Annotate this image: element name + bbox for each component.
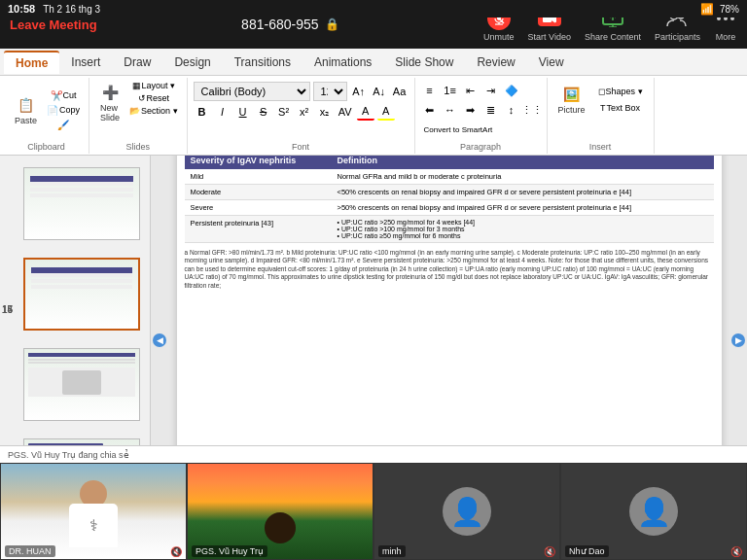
smartart-button[interactable]: 🔷	[503, 82, 520, 99]
meeting-id-area: 881-680-955 🔒	[241, 17, 338, 32]
sharing-status-text: PGS. Vũ Huy Trụ đang chia sẻ	[8, 450, 129, 460]
copy-label: Copy	[59, 105, 80, 115]
definition-mild: Normal GFRa and mild b or moderate c pro…	[332, 169, 714, 185]
increase-font-button[interactable]: A↑	[350, 83, 368, 100]
severity-mild: Mild	[185, 169, 332, 185]
cut-button[interactable]: ✂️ Cut	[44, 89, 83, 102]
line-spacing-button[interactable]: ↕	[503, 101, 520, 119]
tab-insert[interactable]: Insert	[59, 52, 112, 73]
picture-button[interactable]: 🖼️ Picture	[553, 82, 590, 118]
new-slide-label: NewSlide	[100, 103, 120, 122]
definition-moderate: <50% crescents on renal biopsy and impai…	[332, 185, 714, 200]
highlight-button[interactable]: A	[377, 103, 395, 121]
numbering-button[interactable]: 1≡	[442, 82, 459, 99]
shadow-button[interactable]: S²	[275, 103, 293, 121]
clear-format-button[interactable]: Aa	[391, 83, 409, 100]
paste-label: Paste	[15, 116, 37, 125]
participant-nhu-dao-mute: 🔇	[730, 546, 742, 557]
paragraph-group: ≡ 1≡ ⇤ ⇥ 🔷 ⬅ ↔ ➡ ≣ ↕ ⋮⋮ Convert to Smart…	[415, 78, 548, 154]
italic-button[interactable]: I	[214, 103, 231, 121]
font-group: Calibri (Body) 12 A↑ A↓ Aa B I U S S² x²	[188, 78, 415, 154]
tab-slideshow[interactable]: Slide Show	[383, 52, 465, 73]
participant-nhu-dao-name: Như Dao	[565, 545, 609, 557]
participants-label: Participants	[655, 32, 700, 42]
definition-severe: >50% crescents on renal biopsy and impai…	[332, 200, 714, 216]
copy-button[interactable]: 📄 Copy	[44, 104, 83, 117]
section-icon: 📂	[129, 106, 140, 116]
video-bar: ⚕ DR. HUAN 🔇 PGS. Vũ Huy Trụ 👤 minh 🔇	[0, 463, 747, 560]
severity-moderate: Moderate	[185, 185, 332, 200]
participant-minh-mute: 🔇	[544, 546, 555, 557]
insert-group-label: Insert	[589, 140, 612, 152]
font-size-select[interactable]: 12	[313, 82, 347, 101]
paragraph-group-label: Paragraph	[460, 140, 501, 152]
table-col1-header: Severity of IgAV nephritis	[185, 156, 332, 169]
slide-14-wrapper: 14	[23, 161, 140, 246]
superscript-button[interactable]: x²	[296, 103, 313, 121]
status-day: Th 2 16 thg 3	[43, 4, 100, 15]
bottom-status-bar: PGS. Vũ Huy Trụ đang chia sẻ	[0, 445, 747, 463]
unmute-label: Unmute	[483, 32, 515, 42]
shapes-button[interactable]: ◻ Shapes ▾	[593, 84, 648, 99]
textbox-label: Text Box	[607, 103, 641, 113]
slide-content: Severity of IgAV nephritis Definition Mi…	[177, 156, 722, 463]
definition-persistent: • UP:UC ratio >250 mg/mmol for 4 weeks […	[332, 216, 714, 243]
tab-home[interactable]: Home	[4, 51, 59, 74]
tab-draw[interactable]: Draw	[112, 52, 162, 73]
tab-review[interactable]: Review	[465, 52, 526, 73]
more-label: More	[716, 32, 736, 42]
spacing-button[interactable]: AV	[337, 103, 354, 121]
share-content-label: Share Content	[585, 32, 641, 42]
align-right-button[interactable]: ➡	[462, 101, 480, 119]
table-col2-header: Definition	[332, 156, 714, 169]
strikethrough-button[interactable]: S	[255, 103, 272, 121]
columns-button[interactable]: ⋮⋮	[523, 101, 541, 119]
new-slide-icon: ➕	[100, 83, 120, 102]
tab-transitions[interactable]: Transitions	[223, 52, 302, 73]
justify-button[interactable]: ≣	[482, 101, 500, 119]
underline-button[interactable]: U	[234, 103, 252, 121]
textbox-button[interactable]: T Text Box	[593, 100, 648, 116]
convert-smartart-button[interactable]: Convert to SmartArt	[421, 121, 496, 138]
slide-17-number: 17	[2, 304, 13, 315]
participant-pgs-vu-name: PGS. Vũ Huy Trụ	[192, 545, 267, 557]
decrease-font-button[interactable]: A↓	[371, 83, 388, 100]
section-label: Section ▾	[141, 106, 178, 116]
subscript-button[interactable]: x₂	[316, 103, 334, 121]
tab-design[interactable]: Design	[162, 52, 222, 73]
fontcolor-button[interactable]: A	[357, 103, 374, 121]
slide-15-thumbnail[interactable]	[23, 258, 140, 331]
layout-button[interactable]: ▦ Layout ▾	[126, 80, 181, 91]
new-slide-button[interactable]: ➕ NewSlide	[95, 80, 124, 125]
ribbon-tabs: Home Insert Draw Design Transitions Anim…	[0, 49, 747, 76]
participant-dr-huan-mute: 🔇	[170, 546, 182, 557]
participant-minh-name: minh	[378, 545, 406, 557]
tab-animations[interactable]: Animations	[302, 52, 383, 73]
cut-icon: ✂️	[51, 90, 62, 101]
scroll-right-button[interactable]: ▶	[731, 333, 745, 347]
tab-view[interactable]: View	[527, 52, 576, 73]
increase-indent-button[interactable]: ⇥	[482, 82, 500, 99]
format-painter-button[interactable]: 🖌️	[44, 119, 83, 131]
picture-icon: 🖼️	[562, 85, 582, 104]
copy-icon: 📄	[47, 105, 58, 116]
align-center-button[interactable]: ↔	[442, 101, 459, 119]
bold-button[interactable]: B	[194, 103, 211, 121]
picture-label: Picture	[558, 105, 586, 115]
decrease-indent-button[interactable]: ⇤	[462, 82, 480, 99]
status-right: 📶 78%	[700, 3, 739, 16]
paste-button[interactable]: 📋 Paste	[10, 92, 42, 128]
slide-16-thumbnail[interactable]	[23, 348, 140, 421]
start-video-label: Start Video	[528, 32, 571, 42]
slide-14-thumbnail[interactable]	[23, 167, 140, 240]
reset-button[interactable]: ↺ Reset	[126, 92, 181, 104]
leave-meeting-button[interactable]: Leave Meeting	[10, 18, 97, 32]
align-left-button[interactable]: ⬅	[421, 101, 439, 119]
section-button[interactable]: 📂 Section ▾	[126, 105, 181, 117]
main-slide: Severity of IgAV nephritis Definition Mi…	[151, 156, 747, 463]
shapes-label: Shapes ▾	[606, 87, 643, 96]
scroll-left-button[interactable]: ◀	[153, 333, 166, 347]
slide-footnote: a Normal GFR: >80 ml/min/1.73 m². b Mild…	[185, 249, 714, 290]
font-family-select[interactable]: Calibri (Body)	[194, 82, 310, 101]
bullets-button[interactable]: ≡	[421, 82, 439, 99]
